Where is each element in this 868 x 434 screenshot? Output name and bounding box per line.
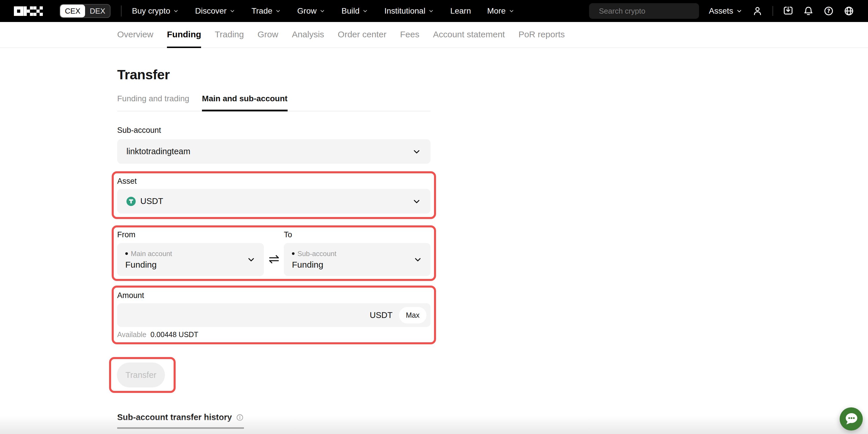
account-nav-fees[interactable]: Fees [400, 22, 420, 48]
nav-buy-crypto[interactable]: Buy crypto [132, 6, 179, 16]
amount-label: Amount [117, 290, 431, 300]
to-wallet: Funding [292, 260, 337, 270]
toggle-dex[interactable]: DEX [85, 5, 110, 18]
chevron-down-icon [319, 8, 325, 14]
svg-text:?: ? [827, 8, 830, 14]
help-button[interactable]: ? [824, 6, 834, 16]
nav-discover[interactable]: Discover [195, 6, 235, 16]
from-account-type: Main account [131, 250, 172, 258]
chevron-down-icon [229, 8, 235, 14]
globe-icon [844, 6, 854, 16]
chevron-down-icon [247, 255, 256, 264]
search-input[interactable] [599, 7, 696, 16]
chevron-down-icon [412, 147, 421, 156]
transfer-tabs: Funding and trading Main and sub-account [117, 94, 431, 112]
highlight-box-asset: Asset USDT [112, 171, 436, 219]
main-nav: Buy crypto Discover Trade Grow Build Ins… [132, 6, 515, 16]
available-value: 0.00448 USDT [151, 331, 198, 339]
chat-support-button[interactable] [840, 407, 863, 431]
top-navbar: CEX DEX Buy crypto Discover Trade Grow B… [0, 0, 868, 22]
nav-more[interactable]: More [487, 6, 515, 16]
topbar-right: Assets ? [589, 3, 854, 19]
amount-unit: USDT [370, 310, 393, 320]
to-label: To [284, 230, 431, 240]
nav-institutional[interactable]: Institutional [384, 6, 434, 16]
nav-grow[interactable]: Grow [297, 6, 325, 16]
account-nav-grow[interactable]: Grow [257, 22, 278, 48]
asset-select[interactable]: USDT [117, 189, 431, 214]
sub-account-field: Sub-account linktotradingteam [117, 125, 868, 164]
account-nav-por-reports[interactable]: PoR reports [519, 22, 565, 48]
account-nav-trading[interactable]: Trading [215, 22, 244, 48]
bell-icon [803, 6, 814, 16]
highlight-box-transfer: Transfer [109, 357, 176, 393]
topbar-divider [121, 5, 122, 17]
download-icon [783, 6, 793, 16]
available-label: Available [117, 331, 146, 339]
tab-main-and-sub-account[interactable]: Main and sub-account [202, 94, 288, 112]
asset-value: USDT [140, 196, 163, 206]
nav-learn[interactable]: Learn [450, 6, 471, 16]
account-nav-order-center[interactable]: Order center [338, 22, 386, 48]
download-app-button[interactable] [783, 6, 793, 16]
to-field: To Sub-account Funding [284, 230, 431, 276]
account-nav: Overview Funding Trading Grow Analysis O… [0, 22, 868, 48]
chevron-down-icon [428, 8, 434, 14]
cex-dex-toggle: CEX DEX [60, 4, 111, 18]
to-select[interactable]: Sub-account Funding [284, 243, 431, 276]
nav-build[interactable]: Build [341, 6, 368, 16]
sub-account-value: linktotradingteam [126, 147, 190, 156]
chevron-down-icon [412, 197, 421, 206]
account-nav-analysis[interactable]: Analysis [292, 22, 324, 48]
assets-menu[interactable]: Assets [709, 6, 742, 16]
nav-trade[interactable]: Trade [251, 6, 281, 16]
swap-direction-button[interactable] [264, 230, 284, 266]
chevron-down-icon [275, 8, 281, 14]
tab-funding-and-trading[interactable]: Funding and trading [117, 94, 189, 112]
chevron-down-icon [736, 8, 742, 14]
chevron-down-icon [173, 8, 179, 14]
chat-bubble-icon [844, 412, 858, 425]
account-bullet [125, 252, 128, 255]
notifications-button[interactable] [803, 6, 814, 16]
asset-label: Asset [117, 176, 431, 186]
from-field: From Main account Funding [117, 230, 264, 276]
page-title: Transfer [117, 66, 868, 83]
account-bullet [292, 252, 294, 255]
highlight-box-from-to: From Main account Funding [112, 225, 436, 281]
chevron-down-icon [362, 8, 368, 14]
chevron-down-icon [509, 8, 515, 14]
available-balance: Available 0.00448 USDT [117, 331, 431, 339]
sub-account-select[interactable]: linktotradingteam [117, 139, 431, 164]
help-icon: ? [824, 6, 834, 16]
chevron-down-icon [413, 255, 423, 264]
history-section: Sub-account transfer history [117, 412, 868, 429]
highlight-box-amount: Amount USDT Max Available 0.00448 USDT [112, 286, 436, 344]
topbar-divider [773, 6, 773, 16]
from-wallet: Funding [125, 260, 172, 270]
info-icon[interactable] [236, 413, 244, 422]
swap-arrows-icon [268, 253, 280, 266]
transfer-page: Transfer Funding and trading Main and su… [0, 66, 868, 429]
person-icon [752, 6, 763, 16]
history-tab[interactable]: Sub-account transfer history [117, 412, 244, 429]
amount-input[interactable] [126, 310, 370, 320]
amount-field: USDT Max [117, 303, 431, 327]
to-account-type: Sub-account [298, 250, 337, 258]
transfer-button[interactable]: Transfer [117, 363, 165, 388]
search-box[interactable] [589, 3, 699, 19]
from-select[interactable]: Main account Funding [117, 243, 264, 276]
profile-button[interactable] [752, 6, 763, 16]
tether-icon [126, 197, 136, 206]
account-nav-funding[interactable]: Funding [167, 22, 201, 48]
account-nav-overview[interactable]: Overview [117, 22, 153, 48]
sub-account-label: Sub-account [117, 125, 868, 135]
okx-logo-icon[interactable] [14, 6, 43, 16]
toggle-cex[interactable]: CEX [60, 5, 85, 18]
from-label: From [117, 230, 264, 240]
account-nav-account-statement[interactable]: Account statement [433, 22, 505, 48]
history-title: Sub-account transfer history [117, 412, 232, 422]
max-button[interactable]: Max [399, 307, 427, 323]
language-button[interactable] [844, 6, 854, 16]
